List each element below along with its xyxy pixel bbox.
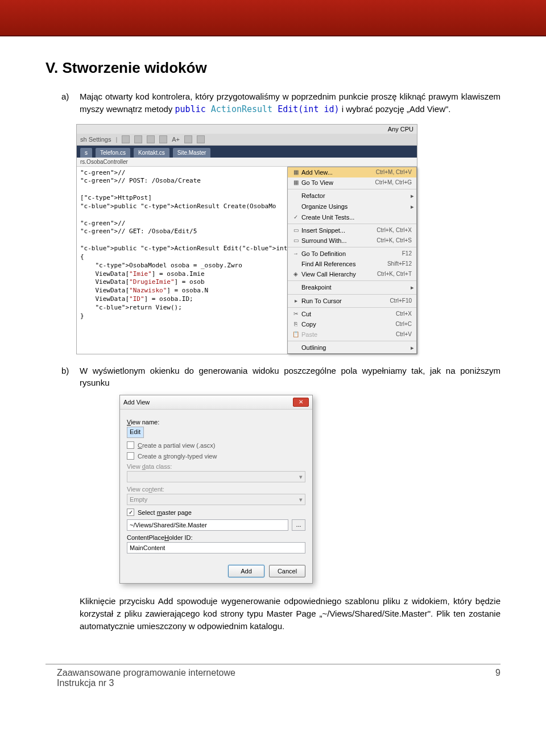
menu-label: Find All References — [301, 261, 387, 267]
menu-item[interactable]: ✂CutCtrl+X — [288, 309, 416, 319]
toolbar-button[interactable] — [184, 135, 192, 143]
paragraph: Kliknięcie przycisku Add spowoduje wygen… — [61, 595, 500, 632]
checkbox-icon — [127, 452, 134, 460]
menu-item[interactable]: ⎘CopyCtrl+C — [288, 319, 416, 329]
field-label: View name: — [127, 419, 305, 425]
cancel-button[interactable]: Cancel — [269, 565, 305, 577]
menu-icon: ▦ — [290, 179, 301, 185]
menu-item[interactable]: ✓Create Unit Tests... — [288, 212, 416, 222]
view-name-input[interactable]: Edit — [127, 427, 144, 438]
cph-input[interactable] — [127, 542, 305, 553]
chevron-down-icon: ▾ — [299, 496, 303, 503]
menu-item[interactable]: Breakpoint▸ — [288, 282, 416, 293]
section-heading: V. Stworzenie widoków — [46, 59, 500, 77]
menu-icon: ⎘ — [290, 321, 301, 327]
code-editor[interactable]: "c-green">// "c-green">// POST: /Osoba/C… — [77, 167, 287, 354]
code-keyword: public — [175, 104, 206, 114]
page-footer: Zaawansowane programowanie internetowe I… — [0, 668, 546, 705]
menu-item[interactable]: Outlining▸ — [288, 342, 416, 353]
menu-icon: ▭ — [290, 227, 301, 233]
vs-toolbar: sh Settings | A+ — [77, 134, 417, 146]
menu-item[interactable]: ▦Go To ViewCtrl+M, Ctrl+G — [288, 177, 416, 188]
editor-tab[interactable]: Site.Master — [173, 148, 211, 158]
editor-tab[interactable]: s — [80, 148, 92, 158]
menu-shortcut: Ctrl+C — [395, 321, 414, 327]
menu-icon: ✂ — [290, 311, 301, 317]
menu-item[interactable]: ◈View Call HierarchyCtrl+K, Ctrl+T — [288, 269, 416, 279]
menu-item[interactable]: Organize Usings▸ — [288, 201, 416, 212]
view-content-select: Empty▾ — [127, 494, 305, 505]
field-label: View data class: — [127, 463, 305, 470]
toolbar-button[interactable] — [197, 135, 205, 143]
list-item-a: a) Mając otwarty kod kontrolera, który p… — [61, 90, 500, 116]
menu-label: Paste — [301, 331, 396, 338]
menu-item[interactable]: ▸Run To CursorCtrl+F10 — [288, 296, 416, 306]
master-path-input[interactable] — [127, 519, 288, 531]
menu-label: Insert Snippet... — [301, 227, 377, 234]
master-page-checkbox[interactable]: ✓ Select master page — [127, 509, 305, 516]
menu-item[interactable]: ▭Insert Snippet...Ctrl+K, Ctrl+X — [288, 225, 416, 236]
text: i wybrać pozycję „Add View". — [340, 104, 451, 114]
checkbox-label: Create a strongly-typed view — [138, 453, 217, 460]
checkbox-label: Create a partial view (.ascx) — [138, 442, 215, 449]
chevron-right-icon: ▸ — [411, 284, 414, 291]
editor-tab[interactable]: Kontakt.cs — [134, 148, 169, 158]
menu-shortcut: Ctrl+K, Ctrl+S — [377, 237, 414, 243]
menu-item[interactable]: ▦Add View...Ctrl+M, Ctrl+V — [288, 167, 416, 177]
ordered-list: b) W wyświetlonym okienku do generowania… — [61, 365, 500, 390]
menu-item[interactable]: →Go To DefinitionF12 — [288, 249, 416, 259]
checkbox-icon — [127, 441, 134, 449]
toolbar-button[interactable] — [147, 135, 155, 143]
editor-tab[interactable]: Telefon.cs — [96, 148, 130, 158]
list-text: W wyświetlonym okienku do generowania wi… — [80, 365, 500, 390]
footer-divider — [46, 664, 500, 664]
menu-label: Breakpoint — [301, 284, 411, 291]
partial-checkbox[interactable]: Create a partial view (.ascx) — [127, 441, 305, 449]
vs-screenshot: Any CPU sh Settings | A+ s Telefon.cs Ko… — [76, 124, 417, 354]
menu-item[interactable]: Find All ReferencesShift+F12 — [288, 259, 416, 269]
menu-label: Copy — [301, 321, 395, 328]
add-button[interactable]: Add — [228, 565, 264, 577]
menu-item[interactable]: ▭Surround With...Ctrl+K, Ctrl+S — [288, 236, 416, 246]
text: Kliknięcie przycisku Add spowoduje wygen… — [80, 595, 500, 632]
menu-icon: ◈ — [290, 271, 301, 277]
dialog-titlebar: Add View ✕ — [120, 395, 312, 410]
document-content: V. Stworzenie widoków a) Mając otwarty k… — [0, 36, 546, 647]
menu-shortcut: Ctrl+M, Ctrl+V — [376, 169, 414, 175]
ordered-list: a) Mając otwarty kod kontrolera, który p… — [61, 90, 500, 116]
menu-shortcut: Ctrl+V — [396, 331, 414, 337]
context-menu: ▦Add View...Ctrl+M, Ctrl+V▦Go To ViewCtr… — [287, 167, 417, 354]
data-class-select: ▾ — [127, 471, 305, 482]
menu-label: Go To View — [301, 179, 375, 186]
field-label: ContentPlaceHolder ID: — [127, 534, 305, 541]
menu-label: Outlining — [301, 344, 411, 351]
menu-icon: ▦ — [290, 169, 301, 175]
checkbox-label: Select master page — [138, 509, 192, 516]
list-marker: b) — [61, 365, 72, 390]
list-marker: a) — [61, 90, 72, 116]
menu-item: 📋PasteCtrl+V — [288, 329, 416, 340]
toolbar-button[interactable] — [134, 135, 142, 143]
toolbar-label: sh Settings — [80, 136, 111, 143]
browse-button[interactable]: ... — [292, 519, 305, 531]
menu-icon: 📋 — [290, 331, 301, 337]
strongly-typed-checkbox[interactable]: Create a strongly-typed view — [127, 452, 305, 460]
menu-shortcut: F12 — [402, 250, 414, 257]
checkbox-icon: ✓ — [127, 509, 134, 516]
toolbar-button[interactable] — [122, 135, 130, 143]
toolbar-text: A+ — [172, 136, 180, 143]
select-value: Empty — [130, 496, 147, 503]
dropdown-anycpu: Any CPU — [388, 126, 413, 133]
toolbar-button[interactable] — [159, 135, 167, 143]
menu-shortcut: Shift+F12 — [387, 261, 414, 267]
close-button[interactable]: ✕ — [293, 398, 309, 407]
menu-shortcut: Ctrl+F10 — [390, 298, 414, 304]
page-number: 9 — [495, 668, 500, 688]
footer-line1: Zaawansowane programowanie internetowe — [57, 668, 235, 678]
menu-label: Run To Cursor — [301, 298, 390, 304]
chevron-right-icon: ▸ — [411, 203, 414, 210]
menu-item[interactable]: Refactor▸ — [288, 191, 416, 201]
menu-label: Organize Usings — [301, 203, 411, 210]
list-text: Mając otwarty kod kontrolera, który przy… — [80, 90, 500, 116]
footer-line2: Instrukcja nr 3 — [57, 678, 235, 688]
